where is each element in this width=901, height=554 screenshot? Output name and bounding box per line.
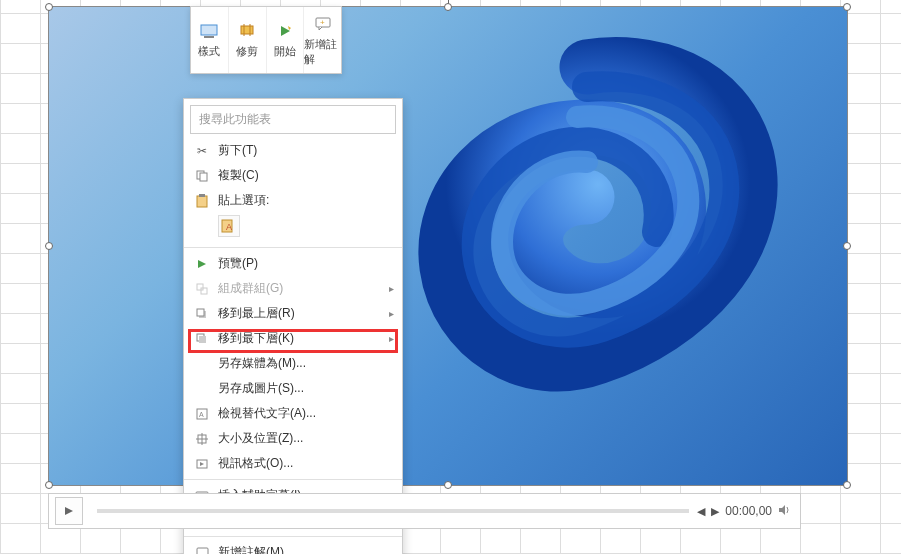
new-comment-label: 新增註解 <box>304 37 341 67</box>
play-button[interactable] <box>55 497 83 525</box>
resize-handle-br[interactable] <box>843 481 851 489</box>
submenu-arrow: ▸ <box>389 283 394 294</box>
separator <box>184 479 402 480</box>
resize-handle-ml[interactable] <box>45 242 53 250</box>
save-image-item[interactable]: 另存成圖片(S)... <box>184 376 402 401</box>
separator <box>184 536 402 537</box>
seek-track[interactable] <box>97 509 689 513</box>
video-fmt-item[interactable]: 視訊格式(O)... <box>184 451 402 476</box>
svg-rect-16 <box>201 288 207 294</box>
svg-text:A: A <box>226 222 232 232</box>
resize-handle-tl[interactable] <box>45 3 53 11</box>
submenu-arrow: ▸ <box>389 308 394 319</box>
comment-icon: + <box>313 14 333 34</box>
group-label: 組成群組(G) <box>218 280 283 297</box>
svg-rect-11 <box>199 194 205 197</box>
svg-rect-18 <box>197 309 204 316</box>
resize-handle-tm[interactable] <box>444 3 452 11</box>
trim-label: 修剪 <box>236 44 258 59</box>
video-object[interactable] <box>48 6 848 486</box>
save-media-label: 另存媒體為(M)... <box>218 355 306 372</box>
volume-button[interactable] <box>778 504 790 518</box>
send-back-label: 移到最下層(K) <box>218 330 294 347</box>
play-button-tb[interactable]: 開始 <box>267 7 305 73</box>
new-comment-label: 新增註解(M) <box>218 544 284 554</box>
size-pos-icon <box>192 431 212 447</box>
svg-rect-10 <box>197 196 207 207</box>
svg-rect-1 <box>204 36 214 38</box>
save-media-item[interactable]: 另存媒體為(M)... <box>184 351 402 376</box>
paste-options-label: 貼上選項: <box>218 192 269 209</box>
svg-text:A: A <box>199 411 204 418</box>
step-fwd-button[interactable]: ▶ <box>711 505 719 518</box>
svg-rect-2 <box>241 26 253 34</box>
wallpaper-swirl <box>387 27 787 457</box>
alt-text-item[interactable]: A檢視替代文字(A)... <box>184 401 402 426</box>
alt-text-icon: A <box>192 406 212 422</box>
context-menu: 搜尋此功能表 ✂剪下(T) 複製(C) 貼上選項: A 預覽(P) 組成群組(G… <box>183 98 403 554</box>
save-image-label: 另存成圖片(S)... <box>218 380 304 397</box>
blank-icon <box>192 356 212 372</box>
svg-rect-9 <box>200 173 207 181</box>
separator <box>184 247 402 248</box>
style-button[interactable]: 樣式 <box>191 7 229 73</box>
new-comment-item[interactable]: 新增註解(M) <box>184 540 402 554</box>
paste-keep-icon: A <box>218 215 240 237</box>
preview-icon <box>192 256 212 272</box>
group-item: 組成群組(G)▸ <box>184 276 402 301</box>
play-icon <box>275 21 295 41</box>
paste-option-keep-format[interactable]: A <box>184 213 402 244</box>
resize-handle-mr[interactable] <box>843 242 851 250</box>
svg-text:+: + <box>320 18 325 27</box>
submenu-arrow: ▸ <box>389 333 394 344</box>
video-fmt-icon <box>192 456 212 472</box>
style-label: 樣式 <box>198 44 220 59</box>
paste-options-item: 貼上選項: <box>184 188 402 213</box>
size-pos-item[interactable]: 大小及位置(Z)... <box>184 426 402 451</box>
cut-label: 剪下(T) <box>218 142 257 159</box>
resize-handle-bm[interactable] <box>444 481 452 489</box>
trim-button[interactable]: 修剪 <box>229 7 267 73</box>
svg-rect-15 <box>197 284 203 290</box>
bring-front-label: 移到最上層(R) <box>218 305 295 322</box>
svg-marker-14 <box>198 260 206 268</box>
svg-marker-27 <box>200 462 204 466</box>
trim-icon <box>237 21 257 41</box>
svg-marker-32 <box>65 507 73 515</box>
svg-rect-0 <box>201 25 217 35</box>
step-back-button[interactable]: ◀ <box>697 505 705 518</box>
media-player-bar: ◀ ▶ 00:00,00 <box>48 493 801 529</box>
search-menu-input[interactable]: 搜尋此功能表 <box>190 105 396 134</box>
preview-label: 預覽(P) <box>218 255 258 272</box>
bring-front-icon <box>192 306 212 322</box>
svg-rect-31 <box>197 548 208 555</box>
style-icon <box>199 21 219 41</box>
new-comment-button-tb[interactable]: +新增註解 <box>304 7 341 73</box>
blank-icon <box>192 381 212 397</box>
mini-toolbar: 樣式 修剪 開始 +新增註解 <box>190 6 342 74</box>
alt-text-label: 檢視替代文字(A)... <box>218 405 316 422</box>
video-fmt-label: 視訊格式(O)... <box>218 455 293 472</box>
group-icon <box>192 281 212 297</box>
new-comment-icon <box>192 545 212 555</box>
copy-item[interactable]: 複製(C) <box>184 163 402 188</box>
send-back-item[interactable]: 移到最下層(K)▸ <box>184 326 402 351</box>
paste-icon <box>192 193 212 209</box>
resize-handle-tr[interactable] <box>843 3 851 11</box>
cut-icon: ✂ <box>192 143 212 159</box>
copy-label: 複製(C) <box>218 167 259 184</box>
size-pos-label: 大小及位置(Z)... <box>218 430 303 447</box>
cut-item[interactable]: ✂剪下(T) <box>184 138 402 163</box>
play-label: 開始 <box>274 44 296 59</box>
preview-item[interactable]: 預覽(P) <box>184 251 402 276</box>
svg-rect-20 <box>199 336 206 343</box>
copy-icon <box>192 168 212 184</box>
time-display: 00:00,00 <box>725 504 772 518</box>
send-back-icon <box>192 331 212 347</box>
bring-front-item[interactable]: 移到最上層(R)▸ <box>184 301 402 326</box>
resize-handle-bl[interactable] <box>45 481 53 489</box>
svg-marker-33 <box>779 505 785 515</box>
